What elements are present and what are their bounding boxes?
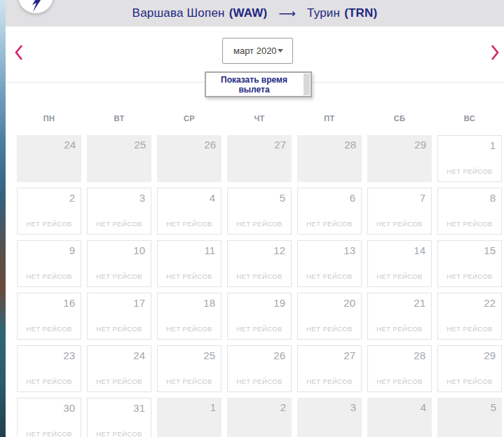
day-number: 23 bbox=[63, 349, 75, 361]
calendar-day-cell[interactable]: 6НЕТ РЕЙСОВ bbox=[297, 188, 362, 235]
calendar-day-cell[interactable]: 29НЕТ РЕЙСОВ bbox=[437, 345, 502, 392]
calendar-day-cell[interactable]: 18НЕТ РЕЙСОВ bbox=[157, 293, 222, 340]
show-departure-times-button[interactable]: Показать время вылета bbox=[205, 71, 312, 97]
day-number: 6 bbox=[350, 192, 355, 204]
calendar-day-cell[interactable]: 24НЕТ РЕЙСОВ bbox=[87, 345, 151, 392]
calendar-day-cell[interactable]: 2НЕТ РЕЙСОВ bbox=[17, 188, 81, 235]
calendar-grid: 2425262728291НЕТ РЕЙСОВ2НЕТ РЕЙСОВ3НЕТ Р… bbox=[17, 135, 502, 437]
origin-code: (WAW) bbox=[229, 6, 268, 20]
no-flights-label: НЕТ РЕЙСОВ bbox=[368, 325, 431, 333]
day-number: 26 bbox=[204, 139, 216, 151]
no-flights-label: НЕТ РЕЙСОВ bbox=[18, 220, 81, 228]
day-number: 27 bbox=[343, 349, 355, 361]
calendar-day-cell[interactable]: 10НЕТ РЕЙСОВ bbox=[87, 240, 151, 287]
day-number: 28 bbox=[414, 349, 425, 361]
button-scrollbar-strip bbox=[304, 74, 310, 95]
no-flights-label: НЕТ РЕЙСОВ bbox=[18, 325, 81, 333]
prev-month-button[interactable] bbox=[13, 43, 25, 62]
no-flights-label: НЕТ РЕЙСОВ bbox=[368, 272, 431, 280]
calendar-day-cell[interactable]: 19НЕТ РЕЙСОВ bbox=[227, 293, 292, 340]
calendar-day-cell[interactable]: 30НЕТ РЕЙСОВ bbox=[17, 398, 81, 437]
calendar-day-cell[interactable]: 7НЕТ РЕЙСОВ bbox=[367, 188, 432, 235]
calendar-day-cell[interactable]: 26НЕТ РЕЙСОВ bbox=[227, 345, 292, 392]
no-flights-label: НЕТ РЕЙСОВ bbox=[298, 377, 361, 385]
no-flights-label: НЕТ РЕЙСОВ bbox=[438, 377, 501, 385]
no-flights-label: НЕТ РЕЙСОВ bbox=[228, 220, 291, 228]
calendar-day-cell: 5 bbox=[437, 398, 502, 437]
destination-code: (TRN) bbox=[344, 6, 377, 20]
calendar-day-cell: 28 bbox=[297, 135, 362, 182]
no-flights-label: НЕТ РЕЙСОВ bbox=[298, 272, 361, 280]
calendar-day-cell[interactable]: 17НЕТ РЕЙСОВ bbox=[87, 293, 151, 340]
day-number: 2 bbox=[280, 401, 286, 413]
calendar-day-cell: 2 bbox=[227, 398, 292, 437]
day-number: 29 bbox=[484, 349, 496, 361]
weekday-label-4: ПТ bbox=[297, 114, 362, 123]
day-number: 26 bbox=[273, 349, 285, 361]
month-select-value: март 2020 bbox=[233, 46, 278, 56]
day-number: 28 bbox=[344, 139, 356, 151]
calendar-day-cell[interactable]: 9НЕТ РЕЙСОВ bbox=[17, 240, 81, 287]
no-flights-label: НЕТ РЕЙСОВ bbox=[88, 325, 151, 333]
calendar-day-cell[interactable]: 14НЕТ РЕЙСОВ bbox=[367, 240, 432, 287]
calendar-day-cell[interactable]: 16НЕТ РЕЙСОВ bbox=[17, 293, 81, 340]
calendar-day-cell: 24 bbox=[17, 135, 81, 182]
day-number: 7 bbox=[420, 192, 425, 204]
no-flights-label: НЕТ РЕЙСОВ bbox=[228, 325, 291, 333]
calendar-day-cell[interactable]: 22НЕТ РЕЙСОВ bbox=[437, 293, 502, 340]
no-flights-label: НЕТ РЕЙСОВ bbox=[298, 325, 361, 333]
day-number: 16 bbox=[63, 297, 75, 309]
day-number: 8 bbox=[490, 192, 496, 204]
calendar-day-cell[interactable]: 4НЕТ РЕЙСОВ bbox=[157, 188, 222, 235]
day-number: 24 bbox=[133, 349, 145, 361]
calendar-day-cell[interactable]: 12НЕТ РЕЙСОВ bbox=[227, 240, 292, 287]
day-number: 15 bbox=[484, 244, 496, 256]
day-number: 1 bbox=[490, 139, 496, 151]
day-number: 19 bbox=[273, 297, 285, 309]
calendar-day-cell[interactable]: 27НЕТ РЕЙСОВ bbox=[297, 345, 362, 392]
day-number: 13 bbox=[343, 244, 355, 256]
calendar-day-cell[interactable]: 8НЕТ РЕЙСОВ bbox=[437, 188, 502, 235]
no-flights-label: НЕТ РЕЙСОВ bbox=[158, 377, 221, 385]
calendar-day-cell: 3 bbox=[297, 398, 362, 437]
calendar-day-cell[interactable]: 21НЕТ РЕЙСОВ bbox=[367, 293, 432, 340]
day-number: 9 bbox=[69, 244, 75, 256]
day-number: 1 bbox=[210, 401, 216, 413]
calendar-day-cell[interactable]: 23НЕТ РЕЙСОВ bbox=[17, 345, 81, 392]
day-number: 5 bbox=[280, 192, 285, 204]
calendar-day-cell: 26 bbox=[157, 135, 222, 182]
day-number: 4 bbox=[421, 401, 426, 413]
calendar-day-cell[interactable]: 5НЕТ РЕЙСОВ bbox=[227, 188, 292, 235]
day-number: 5 bbox=[491, 401, 496, 413]
weekday-label-2: СР bbox=[157, 114, 222, 123]
no-flights-label: НЕТ РЕЙСОВ bbox=[88, 272, 151, 280]
no-flights-label: НЕТ РЕЙСОВ bbox=[368, 220, 431, 228]
day-number: 10 bbox=[133, 244, 145, 256]
no-flights-label: НЕТ РЕЙСОВ bbox=[228, 377, 291, 385]
no-flights-label: НЕТ РЕЙСОВ bbox=[158, 272, 221, 280]
calendar-day-cell[interactable]: 31НЕТ РЕЙСОВ bbox=[87, 398, 151, 437]
calendar-day-cell[interactable]: 13НЕТ РЕЙСОВ bbox=[297, 240, 362, 287]
show-departure-times-label: Показать время вылета bbox=[221, 75, 287, 95]
calendar-day-cell: 27 bbox=[227, 135, 292, 182]
no-flights-label: НЕТ РЕЙСОВ bbox=[438, 325, 501, 333]
weekday-header-row: ПНВТСРЧТПТСБВС bbox=[17, 114, 502, 123]
calendar-day-cell[interactable]: 20НЕТ РЕЙСОВ bbox=[297, 293, 362, 340]
no-flights-label: НЕТ РЕЙСОВ bbox=[438, 272, 501, 280]
day-number: 14 bbox=[414, 244, 425, 256]
calendar-day-cell[interactable]: 3НЕТ РЕЙСОВ bbox=[87, 188, 151, 235]
calendar-day-cell: 1 bbox=[157, 398, 222, 437]
calendar-day-cell[interactable]: 11НЕТ РЕЙСОВ bbox=[157, 240, 222, 287]
calendar-day-cell[interactable]: 1НЕТ РЕЙСОВ bbox=[437, 135, 502, 182]
day-number: 2 bbox=[69, 192, 75, 204]
day-number: 25 bbox=[203, 349, 215, 361]
next-month-button[interactable] bbox=[489, 43, 501, 62]
calendar-day-cell[interactable]: 15НЕТ РЕЙСОВ bbox=[437, 240, 502, 287]
route-header-bar: Варшава Шопен (WAW) ⟶ Турин (TRN) bbox=[6, 0, 504, 27]
calendar-day-cell[interactable]: 28НЕТ РЕЙСОВ bbox=[367, 345, 432, 392]
weekday-label-3: ЧТ bbox=[227, 114, 292, 123]
calendar-day-cell[interactable]: 25НЕТ РЕЙСОВ bbox=[157, 345, 222, 392]
route-arrow-icon: ⟶ bbox=[278, 6, 296, 21]
month-select[interactable]: март 2020 bbox=[222, 38, 293, 64]
no-flights-label: НЕТ РЕЙСОВ bbox=[228, 272, 291, 280]
